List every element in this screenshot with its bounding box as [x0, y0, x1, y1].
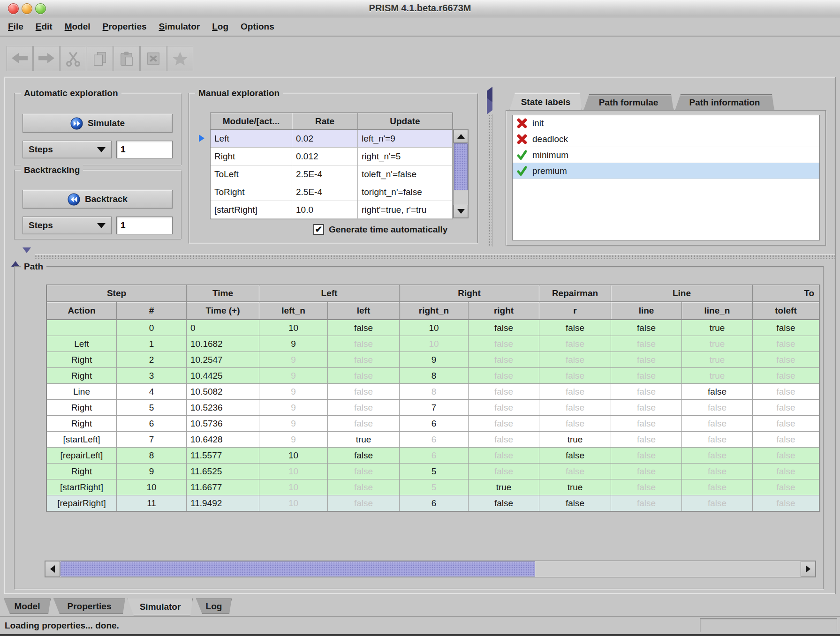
time-cell: 11.5577: [187, 448, 259, 464]
menu-properties[interactable]: Properties: [97, 22, 153, 32]
scroll-left-button[interactable]: [45, 561, 60, 577]
scrollbar-thumb[interactable]: [454, 143, 468, 190]
menu-edit[interactable]: Edit: [30, 22, 59, 32]
menu-log[interactable]: Log: [206, 22, 235, 32]
path-column-header-action[interactable]: Action: [47, 302, 117, 320]
generate-time-label: Generate time automatically: [329, 224, 447, 235]
path-step-row[interactable]: Right310.44259false8falsefalsefalsetruef…: [47, 368, 819, 384]
path-step-row[interactable]: 0010false10falsefalsefalsetruefalse: [47, 320, 819, 336]
scroll-down-button[interactable]: [454, 205, 468, 218]
auto-steps-combo[interactable]: Steps: [23, 141, 112, 158]
horizontal-splitter-collapse-up[interactable]: [11, 253, 20, 262]
cross-icon: [516, 134, 528, 145]
value-cell-left: false: [328, 495, 400, 511]
path-step-row[interactable]: Right510.52369false7falsefalsefalsefalse…: [47, 400, 819, 416]
path-step-row[interactable]: [startRight]1011.667710false5truetruefal…: [47, 479, 819, 495]
scroll-up-button[interactable]: [454, 130, 468, 143]
path-step-row[interactable]: Right610.57369false6falsefalsefalsefalse…: [47, 416, 819, 432]
path-column-header-right[interactable]: right: [469, 302, 539, 320]
path-table-scrollbar[interactable]: [45, 561, 816, 577]
tab-path-formulae[interactable]: Path formulae: [583, 94, 674, 111]
path-step-row[interactable]: [repairLeft]811.557710false6falsefalsefa…: [47, 448, 819, 464]
value-cell-line-n: true: [682, 368, 753, 384]
path-column-header-num[interactable]: #: [117, 302, 187, 320]
state-label-item[interactable]: premium: [513, 163, 819, 179]
menu-file[interactable]: File: [2, 22, 30, 32]
horizontal-splitter-expand-down[interactable]: [23, 253, 31, 262]
path-column-header-r[interactable]: r: [539, 302, 611, 320]
path-step-row[interactable]: [repairRight]1111.949210false6falsefalse…: [47, 495, 819, 511]
path-column-header-right-n[interactable]: right_n: [400, 302, 469, 320]
arrow-up-icon: [457, 134, 465, 139]
minimize-window-button[interactable]: [22, 3, 32, 14]
path-step-row[interactable]: Line410.50829false8falsefalsefalsefalsef…: [47, 384, 819, 400]
menu-model[interactable]: Model: [59, 22, 97, 32]
path-step-row[interactable]: Left110.16829false10falsefalsefalsetruef…: [47, 336, 819, 352]
path-column-header-left[interactable]: left: [328, 302, 400, 320]
value-cell-line-n: false: [682, 495, 753, 511]
step-number-cell: 8: [117, 448, 187, 464]
toolbar-button-copy[interactable]: [87, 46, 113, 71]
tab-path-information[interactable]: Path information: [675, 94, 774, 111]
manual-column-header[interactable]: Rate: [292, 113, 358, 130]
path-column-header-line[interactable]: line: [611, 302, 682, 320]
value-cell-toleft: false: [753, 400, 819, 416]
backtrack-steps-combo[interactable]: Steps: [23, 217, 112, 234]
backtrack-button-label: Backtrack: [85, 194, 128, 204]
toolbar-button-paste[interactable]: [114, 46, 140, 71]
tab-log[interactable]: Log: [196, 599, 232, 614]
path-column-header-line-n[interactable]: line_n: [682, 302, 753, 320]
generate-time-checkbox[interactable]: ✔: [313, 224, 324, 235]
arrow-right-icon: [806, 565, 810, 573]
manual-table-scrollbar[interactable]: [453, 129, 469, 218]
manual-transition-row[interactable]: Right0.012right_n'=5: [211, 148, 453, 165]
zoom-window-button[interactable]: [35, 3, 46, 14]
tab-state-labels[interactable]: State labels: [509, 93, 582, 111]
backtrack-button[interactable]: Backtrack: [23, 190, 173, 209]
value-cell-left-n: 9: [259, 416, 328, 432]
time-cell: 10.5082: [187, 384, 259, 400]
manual-column-header[interactable]: Update: [358, 113, 453, 130]
toolbar-button-star[interactable]: [167, 46, 193, 71]
value-cell-right: true: [469, 479, 539, 495]
manual-column-header[interactable]: Module/[act...: [211, 113, 292, 130]
state-label-item[interactable]: minimum: [513, 147, 819, 163]
path-step-row[interactable]: Right911.652510false5falsefalsefalsefals…: [47, 464, 819, 479]
horizontal-splitter[interactable]: [35, 254, 835, 259]
toolbar-button-cut[interactable]: [60, 46, 86, 71]
manual-transition-row[interactable]: [startRight]10.0right'=true, r'=tru: [211, 201, 453, 219]
path-step-row[interactable]: Right210.25479false9falsefalsefalsetruef…: [47, 352, 819, 368]
path-column-header-toleft[interactable]: toleft: [753, 302, 819, 320]
menu-simulator[interactable]: Simulator: [153, 22, 206, 32]
path-column-header-left-n[interactable]: left_n: [259, 302, 328, 320]
vertical-splitter[interactable]: [488, 114, 492, 247]
time-cell: 0: [187, 320, 259, 336]
simulate-button[interactable]: Simulate: [23, 114, 173, 133]
state-label-item[interactable]: init: [513, 115, 819, 131]
close-window-button[interactable]: [8, 3, 19, 14]
toolbar-button-redo[interactable]: [33, 46, 60, 71]
tab-properties[interactable]: Properties: [53, 599, 125, 614]
backtrack-steps-input[interactable]: [116, 217, 173, 234]
path-column-header-time[interactable]: Time (+): [187, 302, 259, 320]
arrow-down-icon: [457, 209, 465, 214]
toolbar-button-delete[interactable]: [140, 46, 166, 71]
manual-transition-row[interactable]: Left0.02left_n'=9: [211, 130, 453, 148]
scrollbar-thumb[interactable]: [61, 561, 535, 576]
toolbar-button-undo[interactable]: [7, 46, 33, 71]
manual-transition-row[interactable]: ToRight2.5E-4toright_n'=false: [211, 183, 453, 201]
path-step-row[interactable]: [startLeft]710.64289true6falsetruefalsef…: [47, 432, 819, 448]
scroll-right-button[interactable]: [801, 561, 816, 577]
state-label-item[interactable]: deadlock: [513, 131, 819, 147]
auto-steps-input[interactable]: [116, 141, 173, 158]
manual-transition-row[interactable]: ToLeft2.5E-4toleft_n'=false: [211, 165, 453, 183]
tab-simulator[interactable]: Simulator: [128, 599, 193, 615]
menu-options[interactable]: Options: [235, 22, 280, 32]
value-cell-r: false: [539, 495, 611, 511]
vertical-splitter-expand-right[interactable]: [487, 102, 492, 111]
module-cell: [startRight]: [211, 201, 292, 219]
backtracking-title: Backtracking: [21, 165, 83, 175]
tab-model[interactable]: Model: [4, 599, 51, 614]
value-cell-right-n: 6: [400, 495, 469, 511]
check-icon: [516, 150, 528, 161]
